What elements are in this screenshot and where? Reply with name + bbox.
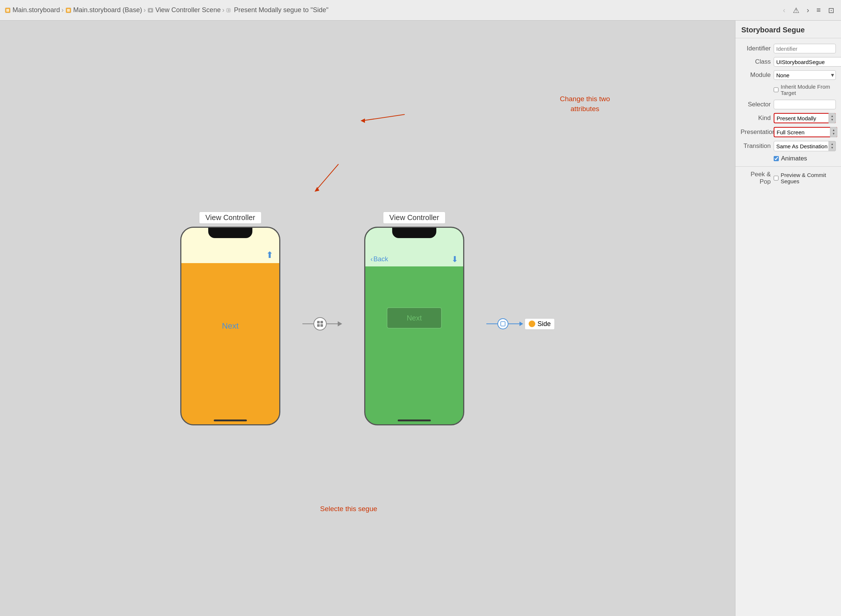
back-button[interactable]: ‹ Back <box>371 255 388 263</box>
svg-rect-9 <box>321 321 323 323</box>
segue-node[interactable] <box>497 318 508 329</box>
breadcrumb-sep-2: › <box>144 6 146 14</box>
scene2-next-button[interactable]: Next <box>387 307 442 329</box>
svg-rect-8 <box>317 321 320 323</box>
svg-line-13 <box>362 114 405 121</box>
preview-text: Preview & Commit Segues <box>781 172 836 184</box>
connector-line-left <box>486 323 497 324</box>
top-bar-actions: ‹ ⚠ › ≡ ⊡ <box>781 4 837 16</box>
nav-forward-button[interactable]: › <box>804 4 812 16</box>
peek-label: Peek & Pop <box>741 171 774 185</box>
breadcrumb: Main.storyboard › Main.storyboard (Base)… <box>4 6 328 14</box>
transition-label: Transition <box>741 142 774 150</box>
module-wrapper: None ▼ <box>774 70 836 80</box>
peek-row: Peek & Pop Preview & Commit Segues <box>736 169 841 187</box>
menu-button[interactable]: ≡ <box>814 4 823 16</box>
presentation-dropdown-arrow[interactable]: ▲ ▼ <box>830 127 837 137</box>
chevron-left-icon: ‹ <box>371 255 373 263</box>
kind-dropdown-arrow[interactable]: ▲ ▼ <box>828 113 836 123</box>
breadcrumb-item-1[interactable]: Main.storyboard <box>4 6 60 14</box>
class-wrapper: ↺ ▼ <box>774 57 841 67</box>
svg-rect-10 <box>317 324 320 327</box>
inherit-label: Inherit Module From Target <box>774 84 836 96</box>
presentation-label: Presentation <box>741 128 774 136</box>
animates-label[interactable]: Animates <box>774 155 807 162</box>
transition-arrow-up: ▲ <box>831 143 834 146</box>
presentation-dropdown-wrapper: Full Screen Automatic Current Context Ov… <box>774 127 837 137</box>
class-input[interactable] <box>774 57 841 67</box>
scene-icon <box>147 7 154 14</box>
transition-row: Transition Same As Destination Cover Ver… <box>736 139 841 153</box>
breadcrumb-label-2: Main.storyboard (Base) <box>73 6 142 14</box>
storyboard-icon-1 <box>4 7 11 14</box>
scene2-home-bar <box>398 419 431 421</box>
kind-dropdown-wrapper: Present Modally Show Show Detail Present… <box>774 113 836 123</box>
svg-rect-11 <box>321 324 323 327</box>
scene2-container: View Controller ‹ Back ⬇ Next <box>364 211 464 425</box>
breadcrumb-sep-3: › <box>222 6 224 14</box>
download-icon[interactable]: ⬇ <box>451 255 458 264</box>
segue-icon <box>226 7 233 14</box>
kind-select[interactable]: Present Modally Show Show Detail Present… <box>774 113 836 123</box>
arrow-line-left <box>302 323 314 324</box>
class-label: Class <box>741 58 774 66</box>
scene2-nav: ‹ Back ⬇ <box>365 252 463 266</box>
nav-warning-button[interactable]: ⚠ <box>791 4 801 16</box>
share-icon[interactable]: ⬆ <box>266 250 273 260</box>
scene2-label: View Controller <box>383 211 445 224</box>
kind-row: Kind Present Modally Show Show Detail Pr… <box>736 111 841 125</box>
breadcrumb-label-3: View Controller Scene <box>155 6 221 14</box>
svg-rect-1 <box>6 9 9 12</box>
segue-icon-1[interactable] <box>314 317 327 330</box>
side-dot <box>529 321 535 327</box>
nav-back-button[interactable]: ‹ <box>781 4 788 16</box>
breadcrumb-item-3[interactable]: View Controller Scene <box>147 6 221 14</box>
inherit-row: Inherit Module From Target <box>736 82 841 98</box>
annotation-change-line1: Change this two <box>560 94 610 104</box>
scene2-phone[interactable]: ‹ Back ⬇ Next <box>364 227 464 425</box>
panel-title: Storyboard Segue <box>736 21 841 38</box>
inherit-checkbox[interactable] <box>774 87 778 92</box>
side-destination[interactable]: Side <box>525 318 555 330</box>
presentation-select[interactable]: Full Screen Automatic Current Context Ov… <box>774 127 837 137</box>
breadcrumb-label-4: Present Modally segue to "Side" <box>234 6 328 14</box>
kind-arrow-up: ▲ <box>831 115 834 118</box>
window-button[interactable]: ⊡ <box>826 4 837 16</box>
segue-arrow-1 <box>302 317 342 330</box>
module-select[interactable]: None <box>774 70 836 80</box>
animates-checkbox[interactable] <box>774 156 779 161</box>
right-panel: Storyboard Segue Identifier Class ↺ ▼ <box>735 21 841 616</box>
svg-rect-7 <box>229 9 229 12</box>
arrow-head-1 <box>338 321 342 326</box>
inherit-text: Inherit Module From Target <box>781 84 836 96</box>
svg-rect-3 <box>67 9 70 12</box>
scene1-next: Next <box>222 321 238 331</box>
transition-dropdown-arrow[interactable]: ▲ ▼ <box>828 141 836 151</box>
transition-dropdown-wrapper: Same As Destination Cover Vertical Flip … <box>774 141 836 151</box>
scene1-phone[interactable]: ⬆ Next <box>180 227 280 425</box>
svg-marker-16 <box>315 187 319 192</box>
scene2-top: ‹ Back ⬇ <box>365 228 463 266</box>
back-label: Back <box>374 255 388 263</box>
divider-1 <box>736 166 841 167</box>
preview-checkbox[interactable] <box>774 176 778 181</box>
preview-label[interactable]: Preview & Commit Segues <box>774 172 836 184</box>
breadcrumb-item-2[interactable]: Main.storyboard (Base) <box>65 6 142 14</box>
module-row: Module None ▼ <box>736 69 841 82</box>
canvas-area: View Controller ⬆ Next <box>0 21 735 616</box>
scene1-label: View Controller <box>199 211 261 224</box>
grid-icon <box>316 320 324 327</box>
breadcrumb-item-4[interactable]: Present Modally segue to "Side" <box>226 6 328 14</box>
identifier-value <box>774 44 836 53</box>
identifier-input[interactable] <box>774 44 836 53</box>
storyboard-icon-2 <box>65 7 72 14</box>
transition-arrow-down: ▼ <box>831 147 834 150</box>
selector-value <box>774 100 836 109</box>
transition-select[interactable]: Same As Destination Cover Vertical Flip … <box>774 141 836 151</box>
side-label: Side <box>538 320 551 328</box>
selector-row: Selector <box>736 98 841 111</box>
kind-arrow-down: ▼ <box>831 119 834 122</box>
scene1-home-bar <box>214 419 247 421</box>
selector-input[interactable] <box>774 100 836 109</box>
main-content: View Controller ⬆ Next <box>0 21 841 616</box>
